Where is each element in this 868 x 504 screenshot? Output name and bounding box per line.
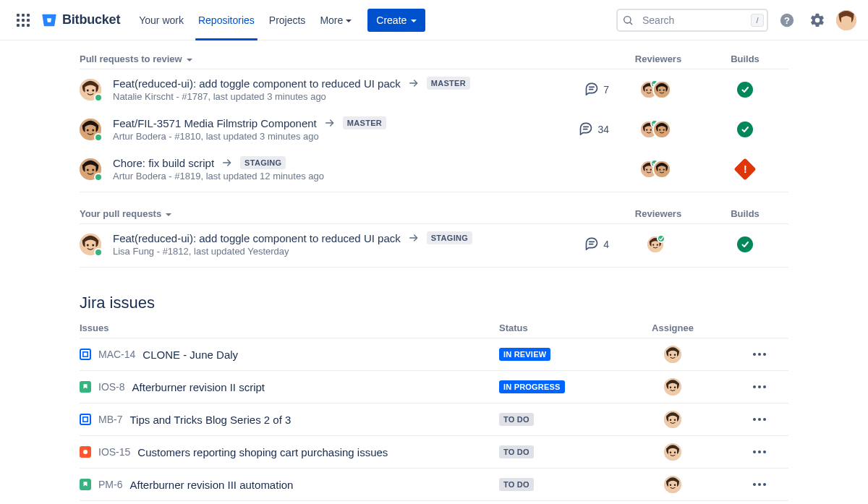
prs-yours-toggle[interactable]: Your pull requests: [80, 208, 615, 219]
issue-assignee[interactable]: [615, 378, 731, 396]
svg-point-67: [674, 419, 676, 421]
reviewers: [612, 235, 699, 254]
top-nav: Bitbucket Your work Repositories Project…: [0, 0, 868, 40]
target-branch: MASTER: [343, 116, 386, 129]
build-status[interactable]: [702, 82, 788, 98]
build-success-icon: [737, 236, 753, 252]
author-avatar[interactable]: [80, 158, 101, 180]
svg-point-28: [92, 129, 94, 131]
app-switcher-icon[interactable]: [12, 9, 35, 32]
issue-type-story-icon: [80, 381, 91, 393]
issue-status: TO DO: [499, 478, 534, 491]
issue-summary[interactable]: Afterburner revision III automation: [129, 479, 293, 491]
issue-status-cell: IN REVIEW: [499, 348, 615, 361]
issue-row[interactable]: MB-7 Tips and Tricks Blog Series 2 of 3 …: [80, 403, 788, 436]
build-status[interactable]: [702, 121, 788, 137]
author-avatar[interactable]: [80, 119, 101, 140]
issue-key[interactable]: IOS-15: [98, 446, 130, 458]
col-builds: Builds: [702, 208, 788, 219]
pr-title[interactable]: Feat(reduced-ui): add toggle component t…: [113, 77, 401, 90]
pr-row[interactable]: Feat/FIL-3571 Media Filmstrip Component …: [80, 109, 788, 149]
build-failed-icon: !: [733, 158, 756, 180]
nav-repositories[interactable]: Repositories: [191, 0, 262, 40]
arrow-right-icon: [221, 157, 233, 168]
pr-title[interactable]: Chore: fix build script: [113, 157, 214, 169]
issue-row[interactable]: IOS-8 Afterburner revision II script IN …: [80, 371, 788, 403]
reviewer-avatar[interactable]: [652, 80, 671, 99]
issue-summary[interactable]: Afterburner revision II script: [132, 381, 265, 393]
issue-actions-button[interactable]: [731, 450, 788, 453]
issue-key[interactable]: MB-7: [98, 414, 122, 425]
pr-subtitle: Natalie Kirscht - #1787, last updated 3 …: [113, 91, 541, 102]
issue-assignee[interactable]: [615, 346, 731, 363]
issue-status: TO DO: [499, 445, 534, 458]
pr-subtitle: Artur Bodera - #1819, last updated 12 mi…: [113, 171, 541, 181]
col-assignee: Assignee: [615, 323, 731, 333]
prs-review-toggle[interactable]: Pull requests to review: [80, 54, 615, 64]
svg-point-62: [670, 387, 671, 388]
svg-rect-3: [17, 19, 20, 22]
comment-count[interactable]: 4: [544, 236, 609, 252]
reviewers: [612, 120, 699, 139]
issue-actions-button[interactable]: [731, 353, 788, 356]
presence-indicator: [94, 173, 103, 181]
reviewer-avatar[interactable]: [646, 235, 665, 254]
build-status[interactable]: [702, 236, 788, 252]
bitbucket-logo-icon: [41, 12, 58, 29]
svg-point-16: [92, 89, 94, 91]
main-content: Pull requests to review Reviewers Builds…: [80, 40, 788, 504]
pr-title[interactable]: Feat/FIL-3571 Media Filmstrip Component: [113, 117, 317, 129]
settings-button[interactable]: [806, 9, 829, 32]
svg-point-22: [650, 89, 652, 90]
profile-avatar[interactable]: [836, 10, 856, 30]
issue-assignee[interactable]: [615, 411, 731, 428]
author-avatar[interactable]: [80, 234, 101, 255]
issue-row[interactable]: PM-6 Afterburner revision III automation…: [80, 469, 788, 501]
issue-summary[interactable]: Tips and Tricks Blog Series 2 of 3: [129, 414, 291, 426]
presence-indicator: [94, 93, 103, 102]
pr-row[interactable]: Chore: fix build script STAGING Artur Bo…: [80, 149, 788, 189]
build-status[interactable]: !: [702, 161, 788, 177]
target-branch: MASTER: [427, 77, 470, 90]
pr-row[interactable]: Feat(reduced-ui): add toggle component t…: [80, 69, 788, 109]
nav-your-work[interactable]: Your work: [132, 0, 191, 40]
nav-projects[interactable]: Projects: [262, 0, 313, 40]
issue-row[interactable]: IOS-15 Customers reporting shoping cart …: [80, 436, 788, 469]
product-logo[interactable]: Bitbucket: [38, 9, 123, 32]
svg-rect-7: [22, 24, 25, 27]
issue-actions-button[interactable]: [731, 418, 788, 421]
search-input[interactable]: [616, 9, 768, 32]
svg-rect-64: [83, 417, 88, 422]
author-avatar[interactable]: [80, 79, 101, 101]
prs-yours-list: Feat(reduced-ui): add toggle component t…: [80, 224, 788, 264]
jira-table-header: Issues Status Assignee: [80, 312, 788, 338]
comment-count[interactable]: 7: [544, 81, 609, 98]
issue-summary[interactable]: Customers reporting shoping cart purchas…: [137, 446, 388, 458]
target-branch: STAGING: [240, 156, 286, 169]
pr-title[interactable]: Feat(reduced-ui): add toggle component t…: [113, 232, 401, 244]
help-button[interactable]: ?: [775, 9, 799, 32]
svg-rect-8: [27, 24, 30, 27]
issue-actions-button[interactable]: [731, 483, 788, 486]
search-icon: [622, 14, 634, 26]
issue-assignee[interactable]: [615, 476, 731, 493]
issue-main: PM-6 Afterburner revision III automation: [80, 479, 499, 491]
issue-row[interactable]: MAC-14 CLONE - June Daly IN REVIEW: [80, 338, 788, 371]
svg-point-36: [659, 129, 660, 130]
pr-row[interactable]: Feat(reduced-ui): add toggle component t…: [80, 224, 788, 264]
reviewer-avatar[interactable]: [652, 120, 671, 139]
svg-point-21: [646, 89, 647, 90]
arrow-right-icon: [324, 117, 336, 129]
issue-actions-button[interactable]: [731, 385, 788, 388]
nav-more[interactable]: More: [312, 0, 359, 40]
issue-key[interactable]: MAC-14: [98, 349, 135, 360]
reviewer-avatar[interactable]: [652, 160, 671, 179]
issue-key[interactable]: PM-6: [98, 479, 122, 490]
comment-count[interactable]: 34: [544, 121, 609, 137]
col-issues: Issues: [80, 323, 499, 333]
product-name: Bitbucket: [62, 12, 120, 27]
issue-summary[interactable]: CLONE - June Daly: [142, 349, 238, 361]
create-button[interactable]: Create: [367, 9, 425, 32]
issue-assignee[interactable]: [615, 443, 731, 461]
issue-key[interactable]: IOS-8: [98, 381, 125, 393]
